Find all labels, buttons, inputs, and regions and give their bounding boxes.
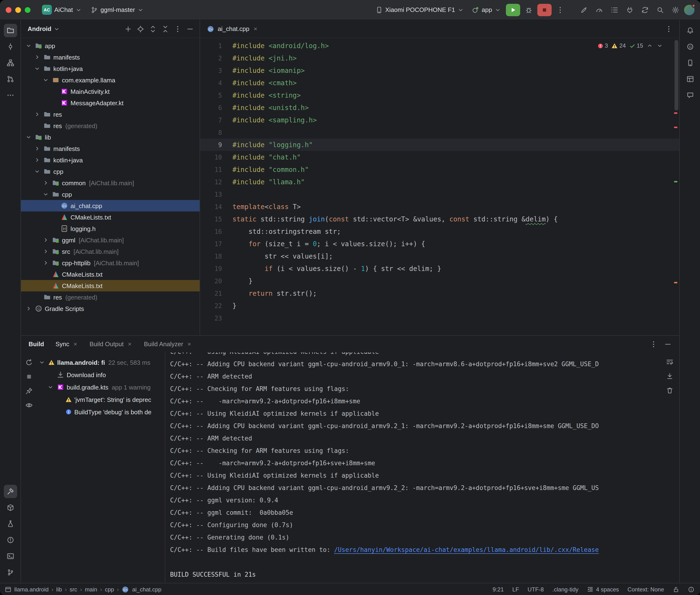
tree-item[interactable]: manifests [21, 143, 200, 154]
options-icon[interactable] [647, 337, 660, 351]
indent-widget[interactable]: 4 spaces [587, 586, 619, 593]
warnings-indicator[interactable]: 24 [611, 42, 626, 49]
close-icon[interactable]: × [253, 25, 258, 32]
line-number[interactable]: 11 [200, 166, 232, 173]
ok-indicator[interactable]: 15 [629, 42, 643, 49]
chevron-down-icon[interactable] [25, 134, 32, 140]
app-quality-insights-icon[interactable] [4, 517, 17, 531]
tree-item[interactable]: cpp [21, 166, 200, 177]
tree-item[interactable]: CMakeLists.txt [21, 280, 200, 291]
chevron-down-icon[interactable] [33, 65, 41, 72]
breadcrumb-item[interactable]: llama.android [14, 586, 49, 593]
line-number[interactable]: 17 [200, 240, 232, 247]
editor-tab[interactable]: C+ ai_chat.cpp × [200, 20, 264, 38]
editor-options-button[interactable] [662, 22, 675, 35]
line-number[interactable]: 21 [200, 290, 232, 297]
code-line[interactable]: 4#include <cmath> [200, 77, 679, 89]
chevron-right-icon[interactable] [33, 145, 41, 152]
previous-problem-button[interactable] [646, 42, 653, 49]
pin-icon[interactable] [23, 385, 35, 397]
chevron-down-icon[interactable] [33, 168, 41, 175]
chevron-right-icon[interactable] [42, 179, 50, 186]
tree-item[interactable]: 'jvmTarget': String' is deprec [37, 393, 165, 406]
settings-icon[interactable] [669, 3, 682, 17]
line-number[interactable]: 19 [200, 265, 232, 272]
eye-icon[interactable] [23, 399, 35, 412]
chevron-down-icon[interactable] [25, 42, 32, 49]
errors-indicator[interactable]: 3 [597, 42, 608, 49]
line-number[interactable]: 23 [200, 314, 232, 322]
encoding-widget[interactable]: UTF-8 [528, 586, 544, 593]
line-number[interactable]: 15 [200, 216, 232, 223]
line-number[interactable]: 4 [200, 79, 232, 86]
chevron-right-icon[interactable] [42, 259, 50, 266]
line-number[interactable]: 12 [200, 178, 232, 186]
project-selector[interactable]: AC AiChat [39, 3, 85, 16]
line-number[interactable]: 1 [200, 42, 232, 49]
build-tab-sync[interactable]: Sync× [56, 336, 78, 352]
tree-item[interactable]: Hlogging.h [21, 223, 200, 234]
tree-item[interactable]: app [21, 40, 200, 51]
code-line[interactable]: 13 [200, 188, 679, 200]
code-line[interactable]: 5#include <string> [200, 89, 679, 102]
tree-item[interactable]: src[AiChat.lib.main] [21, 246, 200, 257]
line-number[interactable]: 14 [200, 203, 232, 210]
tree-item[interactable]: cpp [21, 189, 200, 200]
code-line[interactable]: 22} [200, 300, 679, 312]
more-actions-button[interactable] [554, 3, 567, 17]
tree-item[interactable]: CMakeLists.txt [21, 211, 200, 223]
chevron-right-icon[interactable] [42, 248, 50, 255]
line-number[interactable]: 7 [200, 116, 232, 123]
line-number[interactable]: 8 [200, 129, 232, 136]
tree-item[interactable]: res(generated) [21, 291, 200, 303]
todo-icon[interactable] [608, 3, 621, 17]
error-stripe-mark[interactable] [674, 127, 677, 128]
tree-item[interactable]: MainActivity.kt [21, 86, 200, 97]
tree-item[interactable]: build.gradle.ktsapp 1 warning [37, 381, 165, 393]
clear-all-icon[interactable] [664, 385, 675, 396]
tree-item[interactable]: ggml[AiChat.lib.main] [21, 234, 200, 246]
tree-item[interactable]: res(generated) [21, 120, 200, 132]
chevron-down-icon[interactable] [42, 191, 50, 198]
code-line[interactable]: 12#include "llama.h" [200, 176, 679, 188]
close-icon[interactable]: × [73, 340, 78, 348]
stop-small-icon[interactable] [23, 370, 35, 383]
version-control-icon[interactable] [4, 566, 17, 579]
device-selector[interactable]: Xiaomi POCOPHONE F1 [372, 4, 467, 15]
expand-all-icon[interactable] [147, 23, 159, 34]
code-line[interactable]: 8 [200, 126, 679, 139]
error-stripe-mark[interactable] [674, 181, 677, 182]
tree-item[interactable]: BuildType 'debug' is both de [37, 406, 165, 418]
context-widget[interactable]: Context: None [627, 586, 664, 593]
info-circle-icon[interactable] [688, 586, 695, 593]
run-button[interactable] [506, 4, 520, 16]
line-separator-widget[interactable]: LF [512, 586, 519, 593]
terminal-icon[interactable] [4, 549, 17, 563]
options-icon[interactable] [172, 23, 184, 34]
editor-scrollbar[interactable] [674, 40, 678, 111]
lock-icon[interactable] [673, 586, 679, 593]
assistant-icon[interactable] [683, 89, 697, 102]
code-line[interactable]: 10#include "chat.h" [200, 151, 679, 163]
chevron-down-icon[interactable] [38, 359, 46, 366]
code-line[interactable]: 17 for (size_t i = 0; i < values.size();… [200, 237, 679, 250]
breadcrumb-item[interactable]: lib [56, 586, 62, 593]
build-console[interactable]: C/C++: -- Using KleidiAI optimized kerne… [165, 352, 679, 583]
gradle-icon[interactable]: G [683, 40, 697, 53]
tree-item[interactable]: kotlin+java [21, 154, 200, 166]
line-number[interactable]: 2 [200, 55, 232, 62]
tree-item[interactable]: C+ai_chat.cpp [21, 200, 200, 211]
line-number[interactable]: 18 [200, 253, 232, 260]
build-icon[interactable] [4, 485, 17, 498]
close-icon[interactable]: × [127, 340, 133, 348]
code-line[interactable]: 2#include <jni.h> [200, 52, 679, 64]
code-line[interactable]: 11#include "common.h" [200, 163, 679, 176]
plus-icon[interactable] [122, 23, 134, 34]
line-number[interactable]: 9 [200, 141, 232, 148]
breadcrumb-item[interactable]: main [85, 586, 97, 593]
code-line[interactable]: 3#include <iomanip> [200, 64, 679, 77]
next-problem-button[interactable] [656, 42, 663, 49]
close-window-button[interactable] [6, 7, 11, 12]
stop-button[interactable] [537, 4, 552, 16]
project-icon[interactable] [4, 24, 17, 37]
